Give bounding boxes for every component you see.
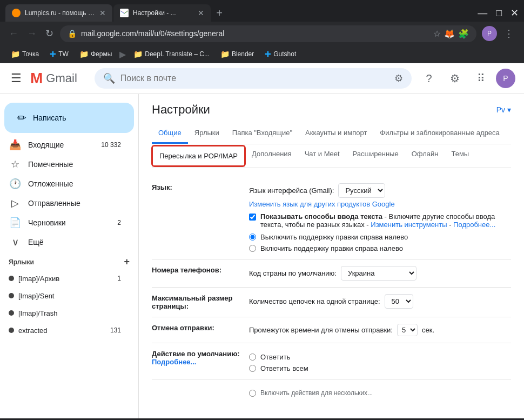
tab-close-gmail[interactable]: ✕ <box>198 9 204 17</box>
tab-close-lumpics[interactable]: ✕ <box>99 9 106 17</box>
undo-time-select[interactable]: 5 <box>397 324 418 336</box>
forward-button[interactable]: → <box>25 26 39 42</box>
hamburger-menu[interactable]: ☰ <box>9 69 24 88</box>
main-content: Настройки Pv ▾ Общие Ярлыки Папка "Входя… <box>138 94 524 418</box>
tab-advanced[interactable]: Расширенные <box>346 144 405 168</box>
sidebar-label-extracted[interactable]: extracted 131 <box>0 322 130 339</box>
close-button[interactable]: ✕ <box>510 8 519 18</box>
phone-country-select[interactable]: Украина <box>341 266 416 281</box>
menu-icon[interactable]: ⋮ <box>500 25 518 42</box>
user-avatar[interactable]: P <box>496 69 515 88</box>
folder-icon-fermy: 📁 <box>79 50 89 58</box>
compose-label: Написать <box>33 114 66 122</box>
tab-addons[interactable]: Дополнения <box>245 144 298 168</box>
refresh-button[interactable]: ↻ <box>43 25 56 42</box>
header-right-icons: ? ⚙ ⠿ P <box>418 68 515 89</box>
folder-icon-blender: 📁 <box>220 50 230 58</box>
url-bar[interactable]: 🔒 mail.google.com/mail/u/0/#settings/gen… <box>60 25 476 42</box>
language-select[interactable]: Русский <box>338 183 385 198</box>
bookmark-deepl[interactable]: 📁 DeepL Translate – C... <box>129 48 214 61</box>
sidebar-label-imap-archive[interactable]: [Imap]/Архив 1 <box>0 270 130 287</box>
title-bar: Lumpics.ru - помощь с компью... ✕ Настро… <box>0 0 524 22</box>
fox-icon[interactable]: 🦊 <box>444 29 455 39</box>
undo-suffix: сек. <box>422 326 434 334</box>
sidebar-item-inbox[interactable]: 📥 Входящие 10 332 <box>0 135 130 155</box>
help-button[interactable]: ? <box>418 68 440 89</box>
minimize-button[interactable]: — <box>478 8 487 18</box>
partial-value: Включить действия для нескольких... <box>249 386 511 397</box>
bookmark-blender[interactable]: 📁 Blender <box>216 48 258 61</box>
add-label-button[interactable]: + <box>124 256 130 268</box>
maxsize-select[interactable]: 50 <box>385 294 413 309</box>
more-label: Ещё <box>28 238 121 246</box>
settings-pv-button[interactable]: Pv ▾ <box>496 105 511 114</box>
reply-radio[interactable] <box>249 354 256 361</box>
label-dot-trash <box>9 310 14 316</box>
sidebar-item-sent[interactable]: ▷ Отправленные <box>0 194 130 213</box>
tab-filters[interactable]: Фильтры и заблокированные адреса <box>373 123 506 144</box>
rtl-off-label: Выключить поддержку правки справа налево <box>260 233 408 241</box>
maxsize-label: Максимальный размер страницы: <box>152 294 249 310</box>
change-language-link[interactable]: Изменить язык для других продуктов Googl… <box>249 200 395 208</box>
bookmark-tochka[interactable]: 📁 Точка <box>6 48 43 61</box>
profile-icon[interactable]: P <box>481 25 498 42</box>
bookmark-gutshot[interactable]: ✚ Gutshot <box>260 48 300 61</box>
sidebar-label-imap-sent[interactable]: [Imap]/Sent <box>0 287 130 304</box>
settings-content: Язык: Язык интерфейса (Gmail): Русский И… <box>152 168 511 412</box>
settings-row-language: Язык: Язык интерфейса (Gmail): Русский И… <box>152 177 511 259</box>
extension-icon[interactable]: 🧩 <box>458 29 469 39</box>
settings-container: Настройки Pv ▾ Общие Ярлыки Папка "Входя… <box>139 94 524 418</box>
gmail-logo: M Gmail <box>30 70 77 87</box>
sidebar-item-starred[interactable]: ☆ Помеченные <box>0 155 130 174</box>
bookmark-fermy[interactable]: 📁 Фермы <box>75 48 116 61</box>
search-box[interactable]: 🔍 ⚙ <box>95 68 412 89</box>
default-action-more-link[interactable]: Подробнее... <box>152 358 196 366</box>
tab-accounts[interactable]: Аккаунты и импорт <box>299 123 373 144</box>
search-tune-icon[interactable]: ⚙ <box>394 72 403 84</box>
back-button[interactable]: ← <box>6 26 21 42</box>
bookmark-blender-label: Blender <box>232 50 254 58</box>
star-icon[interactable]: ☆ <box>433 29 441 39</box>
bookmark-tw[interactable]: ✚ TW <box>45 48 73 61</box>
tab-labels[interactable]: Ярлыки <box>188 123 226 144</box>
apps-button[interactable]: ⠿ <box>470 68 492 89</box>
rtl-off-radio[interactable] <box>249 234 256 241</box>
maxsize-threads-label: Количество цепочек на одной странице: <box>249 297 380 305</box>
sidebar: ✏ Написать 📥 Входящие 10 332 ☆ Помеченны… <box>0 94 138 418</box>
sidebar-label-imap-trash[interactable]: [Imap]/Trash <box>0 304 130 322</box>
tab-chat[interactable]: Чат и Meet <box>298 144 346 168</box>
compose-button[interactable]: ✏ Написать <box>4 103 134 133</box>
sidebar-item-drafts[interactable]: 📄 Черновики 2 <box>0 213 130 232</box>
snoozed-icon: 🕐 <box>9 178 22 190</box>
language-value: Язык интерфейса (Gmail): Русский Изменит… <box>249 183 511 252</box>
reply-all-radio[interactable] <box>249 365 256 372</box>
settings-button[interactable]: ⚙ <box>444 68 466 89</box>
input-methods-checkbox[interactable] <box>249 214 256 221</box>
bookmarks-bar: 📁 Точка ✚ TW 📁 Фермы ▶ 📁 DeepL Translate… <box>0 45 524 63</box>
more-link-inputmethods[interactable]: Подробнее... <box>453 221 495 229</box>
tab-inbox[interactable]: Папка "Входящие" <box>226 123 299 144</box>
tab-themes[interactable]: Темы <box>445 144 475 168</box>
sidebar-item-more[interactable]: ∨ Ещё <box>0 232 130 252</box>
tab-general[interactable]: Общие <box>152 123 188 144</box>
tab-gmail-settings[interactable]: Настройки - ... ✕ <box>113 4 211 22</box>
input-methods-text: Показывать способы ввода текста - Включи… <box>260 212 511 229</box>
label-dot-sent <box>9 293 14 298</box>
label-archive-text: [Imap]/Архив <box>18 275 113 283</box>
tab-forwarding[interactable]: Пересылка и POP/IMAP <box>152 145 245 166</box>
partial-radio[interactable] <box>249 390 256 397</box>
search-input[interactable] <box>120 74 389 83</box>
sidebar-item-snoozed[interactable]: 🕐 Отложенные <box>0 174 130 194</box>
phone-label: Номера телефонов: <box>152 266 249 274</box>
undo-value: Промежуток времени для отмены отправки: … <box>249 324 511 336</box>
rtl-on-radio[interactable] <box>249 245 256 252</box>
new-tab-button[interactable]: + <box>211 4 228 22</box>
change-tools-link[interactable]: Изменить инструменты <box>371 221 447 229</box>
gmail-body: ✏ Написать 📥 Входящие 10 332 ☆ Помеченны… <box>0 94 524 418</box>
maximize-button[interactable]: □ <box>496 8 502 18</box>
default-action-value: Ответить Ответить всем <box>249 350 511 372</box>
tab-lumpics[interactable]: Lumpics.ru - помощь с компью... ✕ <box>5 4 112 22</box>
tab-offline[interactable]: Офлайн <box>405 144 445 168</box>
bookmark-tw-label: TW <box>58 50 69 58</box>
address-bar: ← → ↻ 🔒 mail.google.com/mail/u/0/#settin… <box>0 22 524 45</box>
